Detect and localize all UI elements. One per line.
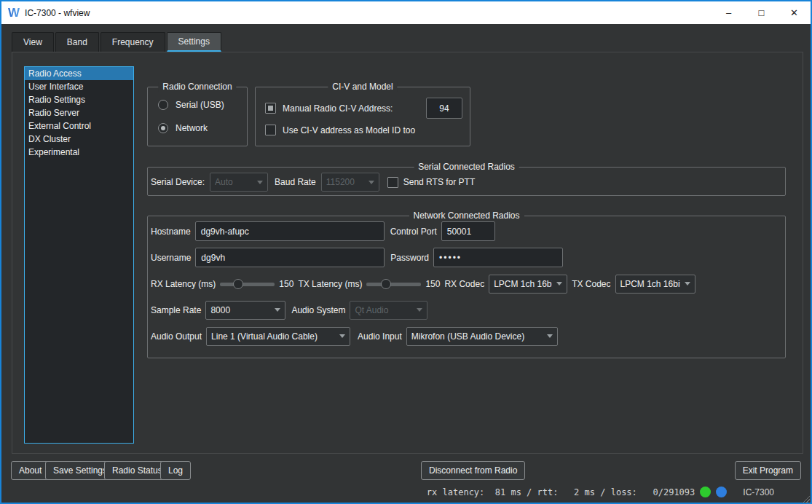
audio-input-label: Audio Input (358, 331, 402, 342)
tx-latency-slider-handle[interactable] (381, 279, 391, 289)
username-value: dg9vh (201, 253, 225, 263)
network-connected-radios-group: Network Connected Radios Hostname dg9vh-… (147, 216, 786, 358)
sample-rate-select[interactable]: 8000 (205, 301, 285, 320)
audio-input-value: Mikrofon (USB Audio Device) (411, 331, 543, 342)
password-input[interactable]: ••••• (433, 248, 563, 267)
audio-system-value: Qt Audio (355, 305, 412, 315)
tx-latency-slider-groove[interactable] (366, 283, 421, 286)
sidebar-item-radio-access[interactable]: Radio Access (25, 67, 133, 80)
network-radio-button[interactable] (158, 123, 168, 133)
serial-connected-radios-group: Serial Connected Radios Serial Device: A… (147, 167, 786, 196)
chevron-down-icon (339, 334, 345, 338)
maximize-icon: □ (759, 7, 765, 18)
main-area: View Band Frequency Settings Radio Acces… (1, 24, 811, 503)
sidebar-item-radio-server[interactable]: Radio Server (25, 106, 133, 119)
minimize-button[interactable]: – (712, 1, 745, 24)
chevron-down-icon (556, 282, 562, 286)
tx-codec-select[interactable]: LPCM 1ch 16bit (615, 275, 695, 294)
window-title: IC-7300 - wfview (25, 8, 90, 18)
manual-civ-label: Manual Radio CI-V Address: (283, 103, 393, 114)
rx-codec-value: LPCM 1ch 16bit (494, 279, 552, 289)
serial-connected-radios-title: Serial Connected Radios (414, 162, 519, 172)
tab-view-label: View (23, 37, 42, 47)
audio-devices-row: Audio Output Line 1 (Virtual Audio Cable… (151, 326, 781, 346)
network-radio-option[interactable]: Network (158, 123, 208, 133)
minimize-icon: – (726, 7, 731, 18)
sample-rate-row: Sample Rate 8000 Audio System Qt Audio (151, 300, 781, 320)
sidebar-item-radio-settings[interactable]: Radio Settings (25, 93, 133, 106)
audio-output-value: Line 1 (Virtual Audio Cable) (211, 331, 335, 342)
hostname-input[interactable]: dg9vh-afupc (195, 221, 385, 241)
radio-connection-group: Radio Connection Serial (USB) Network (147, 87, 248, 146)
settings-pane: Radio Access User Interface Radio Settin… (12, 52, 803, 454)
chevron-down-icon (275, 308, 280, 312)
serial-usb-radio-option[interactable]: Serial (USB) (158, 100, 224, 110)
serial-usb-radio-label: Serial (USB) (176, 100, 224, 110)
close-button[interactable]: ✕ (778, 1, 811, 24)
manual-civ-checkbox[interactable] (265, 103, 276, 114)
status-bar: rx latency: 81 ms / rtt: 2 ms / loss: 0/… (1, 482, 811, 502)
password-value: ••••• (439, 253, 462, 263)
tab-frequency-label: Frequency (112, 37, 154, 47)
username-input[interactable]: dg9vh (195, 248, 385, 267)
sidebar-item-user-interface[interactable]: User Interface (25, 80, 133, 93)
audio-output-select[interactable]: Line 1 (Virtual Audio Cable) (206, 327, 350, 346)
tab-frequency[interactable]: Frequency (100, 32, 165, 52)
serial-settings-row: Serial Device: Auto Baud Rate 115200 Sen… (151, 173, 781, 192)
app-window: W IC-7300 - wfview – □ ✕ View Band Frequ… (0, 0, 812, 504)
tab-bar: View Band Frequency Settings (12, 32, 223, 52)
radio-connection-group-title: Radio Connection (158, 82, 236, 92)
exit-program-button[interactable]: Exit Program (735, 461, 801, 480)
civ-model-group-title: CI-V and Model (328, 82, 397, 92)
serial-device-value: Auto (215, 177, 253, 187)
control-port-label: Control Port (390, 227, 437, 237)
civ-as-model-id-checkbox[interactable] (265, 125, 276, 135)
serial-usb-radio-button[interactable] (158, 100, 168, 110)
tx-latency-slider[interactable] (366, 278, 421, 290)
rx-latency-slider-handle[interactable] (233, 279, 243, 289)
chevron-down-icon (368, 181, 374, 184)
sidebar-item-experimental[interactable]: Experimental (25, 146, 133, 159)
rx-latency-value: 150 (279, 279, 293, 289)
civ-address-input[interactable]: 94 (426, 98, 462, 119)
tab-band-label: Band (67, 37, 87, 47)
disconnect-button[interactable]: Disconnect from Radio (421, 461, 525, 480)
connection-indicator (716, 487, 727, 497)
titlebar: W IC-7300 - wfview – □ ✕ (1, 1, 811, 24)
audio-input-select[interactable]: Mikrofon (USB Audio Device) (406, 327, 558, 346)
tab-view[interactable]: View (12, 32, 54, 52)
exit-program-button-label: Exit Program (743, 465, 793, 476)
sample-rate-label: Sample Rate (151, 305, 201, 315)
tx-codec-label: TX Codec (572, 279, 610, 289)
tab-settings[interactable]: Settings (167, 32, 221, 52)
tx-codec-value: LPCM 1ch 16bit (620, 279, 680, 289)
about-button[interactable]: About (11, 461, 50, 480)
rx-latency-slider-groove[interactable] (220, 283, 275, 286)
send-rts-checkbox[interactable] (387, 177, 398, 188)
chevron-down-icon (685, 282, 690, 286)
rx-codec-select[interactable]: LPCM 1ch 16bit (489, 275, 567, 294)
hostname-row: Hostname dg9vh-afupc Control Port 50001 (151, 221, 781, 241)
rx-latency-slider[interactable] (220, 278, 275, 290)
sidebar-item-dx-cluster[interactable]: DX Cluster (25, 133, 133, 146)
chevron-down-icon (547, 334, 553, 338)
baud-rate-label: Baud Rate (275, 177, 316, 187)
rx-codec-label: RX Codec (444, 279, 484, 289)
civ-model-group: CI-V and Model Manual Radio CI-V Address… (255, 87, 470, 146)
sidebar-item-external-control[interactable]: External Control (25, 119, 133, 133)
save-settings-button-label: Save Settings (53, 465, 107, 476)
maximize-button[interactable]: □ (745, 1, 778, 24)
audio-system-select: Qt Audio (350, 301, 427, 320)
audio-output-label: Audio Output (151, 331, 202, 342)
chevron-down-icon (257, 181, 263, 184)
tab-band[interactable]: Band (55, 32, 99, 52)
tx-latency-label: TX Latency (ms) (298, 279, 362, 289)
radio-model-label: IC-7300 (743, 487, 774, 497)
tx-latency-value: 150 (425, 279, 440, 289)
control-port-input[interactable]: 50001 (441, 221, 495, 241)
tab-settings-label: Settings (178, 36, 210, 47)
log-button[interactable]: Log (160, 461, 191, 480)
hostname-label: Hostname (151, 227, 191, 237)
wfview-logo-icon: W (8, 7, 20, 19)
sample-rate-value: 8000 (210, 305, 270, 315)
